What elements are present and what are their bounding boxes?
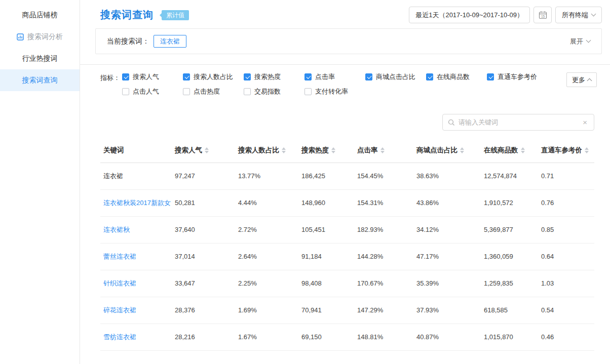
- cell-value: 0.85: [538, 216, 594, 243]
- cell-value: 154.45%: [354, 163, 413, 189]
- metric-checkbox-label: 点击率: [315, 72, 335, 82]
- cell-value: 5,369,877: [481, 216, 538, 243]
- keywords-table: 关键词搜索人气搜索人数占比搜索热度点击率商城点击占比在线商品数直通车参考价 连衣…: [100, 139, 594, 351]
- sort-up-arrow: [331, 147, 335, 150]
- column-header-wrap: 搜索热度: [301, 146, 335, 155]
- metric-checkbox[interactable]: 点击热度: [183, 87, 244, 96]
- expand-toggle[interactable]: 展开: [570, 37, 590, 46]
- cell-value: 40.87%: [413, 323, 481, 350]
- more-metrics-button[interactable]: 更多: [566, 72, 597, 87]
- checkbox-icon: [122, 88, 129, 95]
- date-range-button[interactable]: 最近1天（2017-10-09~2017-10-09）: [409, 7, 530, 23]
- column-header[interactable]: 搜索热度: [298, 139, 354, 163]
- search-row: [80, 102, 610, 131]
- cell-value: 13.77%: [235, 163, 298, 189]
- metric-checkbox[interactable]: 搜索人数占比: [183, 72, 244, 82]
- cell-value: 33,647: [172, 270, 235, 297]
- sidebar-item-industry-hot-search[interactable]: 行业热搜词: [0, 48, 80, 69]
- sort-icon[interactable]: [380, 147, 385, 153]
- metric-checkbox[interactable]: 商城点击占比: [365, 72, 426, 82]
- sort-icon[interactable]: [205, 147, 209, 153]
- cumulative-value-badge: 累计值: [162, 10, 189, 20]
- cell-value: 28,216: [172, 323, 235, 350]
- column-label: 搜索人数占比: [238, 146, 279, 155]
- sort-icon[interactable]: [521, 147, 525, 153]
- sort-icon[interactable]: [585, 147, 589, 153]
- cell-keyword[interactable]: 蕾丝连衣裙: [100, 243, 172, 270]
- column-header[interactable]: 在线商品数: [481, 139, 538, 163]
- sort-icon[interactable]: [460, 147, 464, 153]
- column-label: 关键词: [103, 146, 124, 155]
- column-label: 商城点击占比: [416, 146, 458, 155]
- metric-checkbox[interactable]: 搜索热度: [244, 72, 304, 82]
- cell-value: 69,150: [298, 323, 354, 350]
- metric-checkbox-label: 点击热度: [194, 87, 220, 96]
- column-header-wrap: 直通车参考价: [541, 146, 589, 155]
- cell-keyword[interactable]: 碎花连衣裙: [100, 297, 172, 323]
- cell-value: 148.81%: [354, 323, 413, 350]
- metrics-panel: 指标： 搜索人气搜索人数占比搜索热度点击率商城点击占比在线商品数直通车参考价 点…: [80, 65, 610, 102]
- cell-value: 0.71: [538, 163, 594, 189]
- cell-keyword[interactable]: 连衣裙秋装2017新款女: [100, 189, 172, 216]
- cell-value: 144.28%: [354, 243, 413, 270]
- cell-value: 97,247: [172, 163, 235, 189]
- cell-keyword[interactable]: 雪纺连衣裙: [100, 323, 172, 350]
- metric-checkbox[interactable]: 搜索人气: [122, 72, 183, 82]
- cell-value: 1,259,835: [481, 270, 538, 297]
- search-icon: [448, 119, 455, 126]
- sidebar-item-search-word-analysis[interactable]: 搜索词分析: [0, 26, 80, 48]
- column-header-wrap: 点击率: [357, 146, 385, 155]
- terminal-dropdown-label: 所有终端: [562, 11, 588, 20]
- cell-value: 2.64%: [235, 243, 298, 270]
- column-header[interactable]: 商城点击占比: [413, 139, 481, 163]
- column-header[interactable]: 点击率: [354, 139, 413, 163]
- sort-up-arrow: [460, 147, 464, 150]
- current-search-word-panel: 当前搜索词： 连衣裙 展开: [95, 28, 602, 54]
- sidebar-item-label: 行业热搜词: [22, 54, 58, 63]
- cell-value: 0.54: [538, 297, 594, 323]
- sort-down-arrow: [331, 151, 335, 153]
- page-title: 搜索词查询: [100, 8, 154, 22]
- column-header[interactable]: 直通车参考价: [538, 139, 594, 163]
- checkbox-checked-icon: [244, 73, 251, 80]
- metric-checkbox[interactable]: 直通车参考价: [487, 72, 548, 82]
- metric-checkbox[interactable]: 在线商品数: [426, 72, 487, 82]
- column-header[interactable]: 搜索人气: [172, 139, 235, 163]
- metric-checkbox[interactable]: 支付转化率: [304, 87, 365, 96]
- checkbox-checked-icon: [487, 73, 494, 80]
- checkbox-checked-icon: [304, 73, 312, 80]
- column-label: 搜索人气: [175, 146, 202, 155]
- sidebar-item-search-word-query[interactable]: 搜索词查询: [0, 69, 80, 91]
- sort-icon[interactable]: [282, 147, 286, 153]
- chevron-down-icon: [591, 12, 596, 17]
- metric-checkbox-label: 商城点击占比: [376, 72, 415, 82]
- sidebar-item-product-shop-ranking[interactable]: 商品店铺榜: [0, 4, 80, 26]
- metric-checkbox-label: 交易指数: [254, 87, 281, 96]
- cell-value: 12,574,874: [481, 163, 538, 189]
- search-input[interactable]: [459, 118, 581, 126]
- metric-checkbox[interactable]: 点击率: [304, 72, 365, 82]
- table-row: 蕾丝连衣裙37,0142.64%91,184144.28%47.17%1,360…: [100, 243, 594, 270]
- topbar-controls: 最近1天（2017-10-09~2017-10-09） 15 所: [409, 7, 602, 23]
- cell-value: 35.39%: [413, 270, 481, 297]
- terminal-dropdown[interactable]: 所有终端: [555, 7, 602, 23]
- cell-keyword: 连衣裙: [100, 163, 172, 189]
- cell-keyword[interactable]: 连衣裙秋: [100, 216, 172, 243]
- cell-value: 618,585: [481, 297, 538, 323]
- sort-down-arrow: [282, 151, 286, 153]
- cell-keyword[interactable]: 针织连衣裙: [100, 270, 172, 297]
- cell-value: 2.72%: [235, 216, 298, 243]
- table-header-row: 关键词搜索人气搜索人数占比搜索热度点击率商城点击占比在线商品数直通车参考价: [100, 139, 594, 163]
- metric-checkbox[interactable]: 交易指数: [244, 87, 304, 96]
- calendar-button[interactable]: 15: [533, 7, 552, 23]
- sort-up-arrow: [585, 147, 589, 150]
- topbar: 搜索词查询 累计值 最近1天（2017-10-09~2017-10-09） 15: [80, 0, 610, 27]
- checkbox-icon: [183, 88, 190, 95]
- sort-down-arrow: [585, 151, 589, 153]
- close-icon[interactable]: [581, 118, 589, 126]
- svg-text:15: 15: [541, 15, 545, 18]
- current-word-tag[interactable]: 连衣裙: [154, 35, 186, 48]
- metric-checkbox[interactable]: 点击人气: [122, 87, 183, 96]
- column-header[interactable]: 搜索人数占比: [235, 139, 298, 163]
- sort-icon[interactable]: [331, 147, 335, 153]
